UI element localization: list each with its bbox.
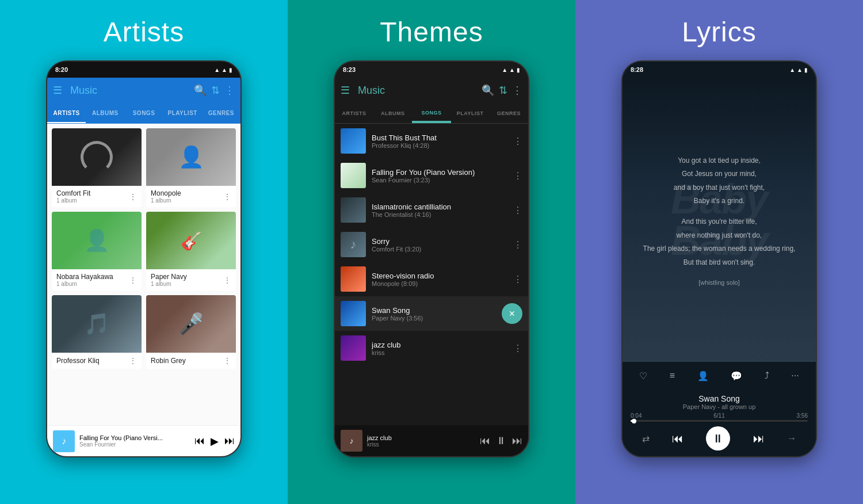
song-details-6: Swan Song Paper Navy (3:56) <box>372 306 496 322</box>
mini-player-artist: Sean Fournier <box>79 441 190 448</box>
song-more-5[interactable]: ⋮ <box>513 274 522 285</box>
signal-icon: ▲ <box>797 67 803 73</box>
lyrics-screen: BabyBaby You got a lot tied up inside, G… <box>623 78 816 362</box>
lyrics-phone: 8:28 ▲ ▲ ▮ BabyBaby You got a lot tied u… <box>621 60 817 457</box>
sort-icon[interactable]: ⇅ <box>499 84 507 97</box>
song-details-5: Stereo-vision radio Monopole (8:09) <box>372 272 507 287</box>
mini-player-art: ♪ <box>53 430 75 452</box>
artists-title: Artists <box>104 16 184 48</box>
search-icon[interactable]: 🔍 <box>482 84 494 97</box>
prev-track-icon[interactable]: ⏮ <box>672 432 683 445</box>
lyrics-line-7: The girl pleads; the woman needs a weddi… <box>643 243 796 255</box>
list-item[interactable]: 👤 Monopole 1 album ⋮ <box>146 128 236 207</box>
lyrics-duration: 3:56 <box>797 413 808 419</box>
repeat-icon[interactable]: → <box>787 433 796 444</box>
more-options-icon[interactable]: ··· <box>791 371 799 381</box>
more-icon[interactable]: ⋮ <box>224 84 235 97</box>
play-pause-icon[interactable]: ▶ <box>211 435 219 448</box>
person-icon[interactable]: 👤 <box>697 371 709 381</box>
pause-icon: ⏸ <box>712 432 724 445</box>
song-details-2: Falling For You (Piano Version) Sean Fou… <box>372 168 507 184</box>
tab-artists[interactable]: ARTISTS <box>47 103 86 123</box>
song-more-1[interactable]: ⋮ <box>513 136 522 147</box>
list-item[interactable]: ♪ Sorry Comfort Fit (3:20) ⋮ <box>335 227 528 262</box>
list-item[interactable]: 🎸 Paper Navy 1 album ⋮ <box>146 212 236 291</box>
monopole-sub: 1 album <box>151 197 181 204</box>
list-item[interactable]: 🎵 Professor Kliq ⋮ <box>52 295 142 369</box>
lyrics-seekbar[interactable] <box>631 420 808 422</box>
sort-icon[interactable]: ⇅ <box>211 84 220 97</box>
song-more-4[interactable]: ⋮ <box>513 239 522 250</box>
queue-icon[interactable]: ≡ <box>670 371 675 381</box>
song-more-7[interactable]: ⋮ <box>513 343 522 354</box>
tab-albums[interactable]: ALBUMS <box>86 103 124 123</box>
nobara-info: Nobara Hayakawa 1 album ⋮ <box>52 269 142 291</box>
nobara-more[interactable]: ⋮ <box>129 276 137 285</box>
robingrey-image: 🎤 <box>146 295 236 353</box>
mini-player-title: Falling For You (Piano Versi... <box>79 434 190 441</box>
tab-genres[interactable]: GENRES <box>202 103 240 123</box>
comfort-fit-more[interactable]: ⋮ <box>129 192 137 201</box>
list-item[interactable]: Stereo-vision radio Monopole (8:09) ⋮ <box>335 262 528 296</box>
next-icon[interactable]: ⏭ <box>512 435 522 447</box>
prev-icon[interactable]: ⏮ <box>480 435 490 447</box>
song-active-button[interactable]: ✕ <box>502 303 522 324</box>
tab-artists-t[interactable]: ARTISTS <box>335 103 373 123</box>
song-meta-6: Paper Navy (3:56) <box>372 315 496 322</box>
song-title-1: Bust This Bust That <box>372 133 507 142</box>
menu-icon[interactable]: ☰ <box>53 84 62 97</box>
tab-songs[interactable]: SONGS <box>124 103 163 123</box>
song-meta-5: Monopole (8:09) <box>372 280 507 287</box>
battery-icon: ▮ <box>517 67 520 73</box>
lyrics-line-1: You got a lot tied up inside, <box>643 155 796 167</box>
list-item[interactable]: jazz club kriss ⋮ <box>335 331 528 365</box>
play-pause-button[interactable]: ⏸ <box>706 426 730 450</box>
lyrics-line-9: [whistling solo] <box>643 279 796 286</box>
song-more-2[interactable]: ⋮ <box>513 170 522 181</box>
artists-appbar: ☰ Music 🔍 ⇅ ⋮ <box>47 78 240 103</box>
tab-playlist-t[interactable]: PLAYLIST <box>451 103 490 123</box>
artists-tabs: ARTISTS ALBUMS SONGS PLAYLIST GENRES <box>47 103 240 124</box>
shuffle-icon[interactable]: ⇄ <box>642 433 650 444</box>
song-details-1: Bust This Bust That Professor Kliq (4:28… <box>372 133 507 149</box>
professorkliq-more[interactable]: ⋮ <box>129 356 137 365</box>
list-item[interactable]: Comfort Fit 1 album ⋮ <box>52 128 142 207</box>
list-item[interactable]: Swan Song Paper Navy (3:56) ✕ <box>335 296 528 331</box>
lyrics-controls-row: ♡ ≡ 👤 💬 ⤴ ··· <box>623 362 816 390</box>
robingrey-more[interactable]: ⋮ <box>223 356 231 365</box>
more-icon[interactable]: ⋮ <box>512 84 522 97</box>
song-more-3[interactable]: ⋮ <box>513 205 522 216</box>
share-icon[interactable]: ⤴ <box>765 371 769 381</box>
artists-panel: Artists 8:20 ▲ ▲ ▮ ☰ Music 🔍 ⇅ ⋮ ARTISTS… <box>0 0 288 504</box>
search-icon[interactable]: 🔍 <box>194 84 207 97</box>
next-icon[interactable]: ⏭ <box>224 435 235 447</box>
heart-icon[interactable]: ♡ <box>639 371 647 381</box>
next-track-icon[interactable]: ⏭ <box>753 432 765 445</box>
mini-player-controls: ⏮ ▶ ⏭ <box>194 435 235 448</box>
list-item[interactable]: Islamatronic cantilliation The Orientali… <box>335 193 528 227</box>
battery-icon: ▮ <box>229 67 232 73</box>
menu-icon[interactable]: ☰ <box>341 84 350 97</box>
lyrics-playbar: ⇄ ⏮ ⏸ ⏭ → <box>631 424 808 453</box>
pause-icon[interactable]: ⏸ <box>496 435 506 447</box>
prev-icon[interactable]: ⏮ <box>194 435 205 447</box>
lyrics-icon[interactable]: 💬 <box>731 371 742 381</box>
tab-genres-t[interactable]: GENRES <box>490 103 528 123</box>
list-item[interactable]: Bust This Bust That Professor Kliq (4:28… <box>335 124 528 158</box>
list-item[interactable]: 🎤 Robin Grey ⋮ <box>146 295 236 369</box>
tab-albums-t[interactable]: ALBUMS <box>373 103 412 123</box>
lyrics-status-icons: ▲ ▲ ▮ <box>789 67 808 73</box>
lyrics-line-2: Got Jesus on your mind, <box>643 168 796 181</box>
themes-statusbar: 8:23 ▲ ▲ ▮ <box>335 62 528 78</box>
list-item[interactable]: Falling For You (Piano Version) Sean Fou… <box>335 158 528 193</box>
papernavy-more[interactable]: ⋮ <box>223 276 231 285</box>
monopole-more[interactable]: ⋮ <box>223 192 231 201</box>
list-item[interactable]: 👤 Nobara Hayakawa 1 album ⋮ <box>52 212 142 291</box>
tab-playlist[interactable]: PLAYLIST <box>163 103 202 123</box>
themes-appbar: ☰ Music 🔍 ⇅ ⋮ <box>335 78 528 103</box>
song-title-4: Sorry <box>372 237 507 246</box>
tab-songs-t[interactable]: SONGS <box>412 103 450 123</box>
monopole-image: 👤 <box>146 128 236 186</box>
song-meta-2: Sean Fournier (3:23) <box>372 177 507 184</box>
robingrey-info: Robin Grey ⋮ <box>146 353 236 369</box>
